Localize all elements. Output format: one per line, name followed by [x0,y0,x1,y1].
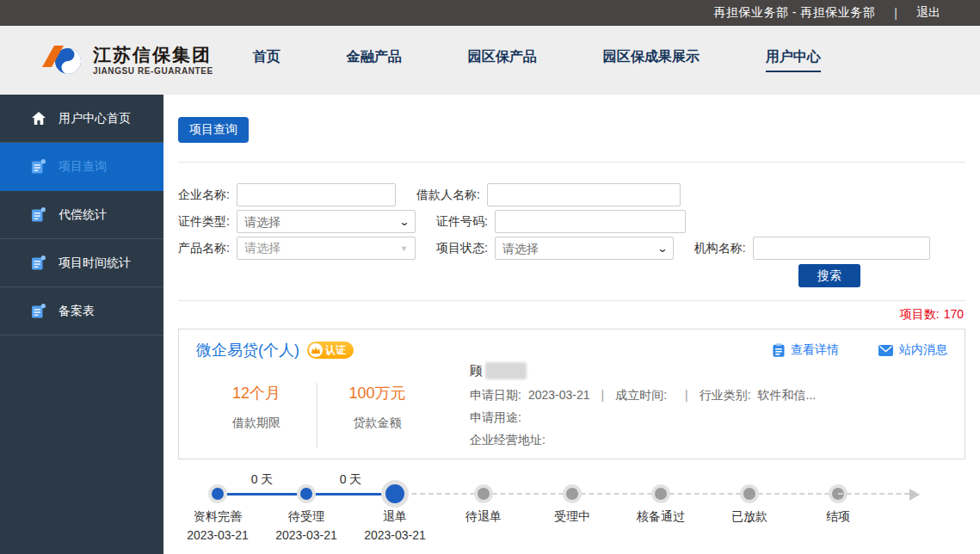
product-title[interactable]: 微企易贷(个人) [196,340,299,360]
timeline-stage-date: 2023-03-21 [364,528,426,542]
crown-icon [309,343,323,357]
section-tag-project-query[interactable]: 项目查询 [178,117,249,143]
stat-loan-amount: 100万元贷款金额 [317,383,437,448]
status-timeline: 0 天资料完善2023-03-210 天待受理2023-03-21退单2023-… [178,471,952,554]
view-detail-label: 查看详情 [791,342,839,358]
card-header: 微企易贷(个人) 认证 查看详情站内消息 [196,340,947,360]
timeline-arrow-icon [909,489,920,501]
detail-icon [773,343,785,357]
timeline-connector [661,493,749,495]
divider [178,162,965,163]
department-label: 再担保业务部 - 再担保业务部 [713,5,875,21]
timeline-connector [838,493,909,495]
timeline-connector [306,493,395,496]
timeline-stage-name: 受理中 [554,509,590,525]
sidebar-item-label: 用户中心首页 [59,111,131,126]
project-count: 项目数:170 [178,307,964,323]
detail-label: 申请日期: [470,388,521,402]
main-nav: 首页金融产品园区保产品园区保成果展示用户中心 [253,48,821,72]
loan-stats: 12个月借款期限100万元贷款金额 [196,360,437,448]
cert-no-input[interactable] [495,210,686,233]
purpose-label: 申请用途: [470,410,521,424]
company-name-input[interactable] [237,183,396,206]
timeline-stage-name: 待退单 [465,509,502,525]
address-label: 企业经营地址: [470,433,545,446]
borrower-surname: 顾 [470,363,483,379]
timeline-connector [572,493,661,495]
timeline-node-1 [212,488,224,500]
org-name-input[interactable] [753,237,930,260]
nav-item-user-center[interactable]: 用户中心 [766,48,821,72]
product-name-value: 请选择 [244,241,280,256]
field-borrower-name: 借款人名称: [416,183,681,206]
timeline-connector [395,493,484,495]
nav-item-home[interactable]: 首页 [253,48,280,72]
timeline-stage-date: 2023-03-21 [187,528,249,542]
home-icon [31,112,46,125]
view-detail-link[interactable]: 查看详情 [773,342,839,358]
project-status-select[interactable]: 请选择 [495,237,674,260]
timeline-connector [749,493,838,495]
detail-label: 行业类别: [700,388,751,402]
search-form: 企业名称:借款人名称:证件类型:请选择⌄证件号码:产品名称:请选择▼项目状态:请… [178,183,965,260]
search-row: 搜索 [178,264,965,287]
project-status-select-wrap: 请选择⌄ [495,237,674,260]
timeline-duration-label: 0 天 [251,472,274,488]
site-message-link[interactable]: 站内消息 [878,342,947,358]
redacted-name [485,362,527,379]
sidebar-item-project-query[interactable]: 项目查询 [0,143,163,191]
stat-value: 100万元 [317,383,437,403]
project-count-label: 项目数: [900,307,940,321]
field-org-name: 机构名称: [694,237,930,260]
field-company-name: 企业名称: [178,183,396,206]
sidebar-item-compensation-stats[interactable]: 代偿统计 [0,191,163,239]
detail-item: 申请日期:2023-03-21 [470,388,590,402]
nav-item-park-guarantee-results[interactable]: 园区保成果展示 [603,48,700,72]
card-actions: 查看详情站内消息 [773,342,947,358]
timeline-connector [218,493,306,496]
sidebar-item-record-table[interactable]: 备案表 [0,287,163,335]
triangle-down-icon: ▼ [400,244,408,253]
product-name-select[interactable]: 请选择▼ [237,237,416,260]
project-count-value: 170 [944,307,964,321]
project-card: 微企易贷(个人) 认证 查看详情站内消息 12个月借款期限100万元贷款金额 顾 [178,329,965,459]
section-tag-row: 项目查询 [178,117,965,143]
header: 江苏信保集团 JIANGSU RE-GUARANTEE 首页金融产品园区保产品园… [0,26,980,95]
cert-no-label: 证件号码: [436,214,488,230]
timeline-stage-name: 已放款 [731,509,767,525]
logout-link[interactable]: 退出 [916,5,940,21]
sidebar-item-project-time-stats[interactable]: 项目时间统计 [0,239,163,287]
nav-item-park-guarantee-products[interactable]: 园区保产品 [468,48,537,72]
timeline-node-7 [743,488,755,500]
topbar-separator: | [894,6,897,20]
product-name-label: 产品名称: [178,241,230,256]
cert-type-select[interactable]: 请选择 [237,210,416,233]
field-project-status: 项目状态:请选择⌄ [436,237,674,260]
search-button[interactable]: 搜索 [798,264,860,287]
form-row-1: 企业名称:借款人名称: [178,183,965,206]
timeline-node-6 [655,488,667,500]
main-content: 项目查询 企业名称:借款人名称:证件类型:请选择⌄证件号码:产品名称:请选择▼项… [163,95,980,554]
stat-value: 12个月 [196,383,317,403]
form-row-2: 证件类型:请选择⌄证件号码: [178,210,965,233]
cert-type-label: 证件类型: [178,214,230,230]
detail-row-1: 申请日期:2023-03-21|成立时间:|行业类别:软件和信... [470,388,947,403]
detail-value: 2023-03-21 [528,388,590,402]
nav-item-financial-products[interactable]: 金融产品 [347,48,402,72]
detail-item: 成立时间: [615,388,674,402]
logo[interactable]: 江苏信保集团 JIANGSU RE-GUARANTEE [40,41,213,79]
field-cert-type: 证件类型:请选择⌄ [178,210,416,233]
detail-item: 行业类别:软件和信... [700,388,817,402]
sidebar-item-user-center-home[interactable]: 用户中心首页 [0,95,163,143]
envelope-icon [878,345,893,356]
logo-title: 江苏信保集团 [93,45,213,65]
stat-loan-term: 12个月借款期限 [196,383,317,448]
detail-separator: | [601,388,605,402]
document-icon [31,304,46,318]
card-body: 12个月借款期限100万元贷款金额 顾 申请日期:2023-03-21|成立时间… [196,360,947,448]
borrower-name-input[interactable] [487,183,681,206]
detail-row-3: 企业经营地址: [470,433,947,448]
timeline-node-2 [300,488,312,500]
timeline-duration-label: 0 天 [340,472,362,488]
detail-label: 成立时间: [615,388,667,402]
